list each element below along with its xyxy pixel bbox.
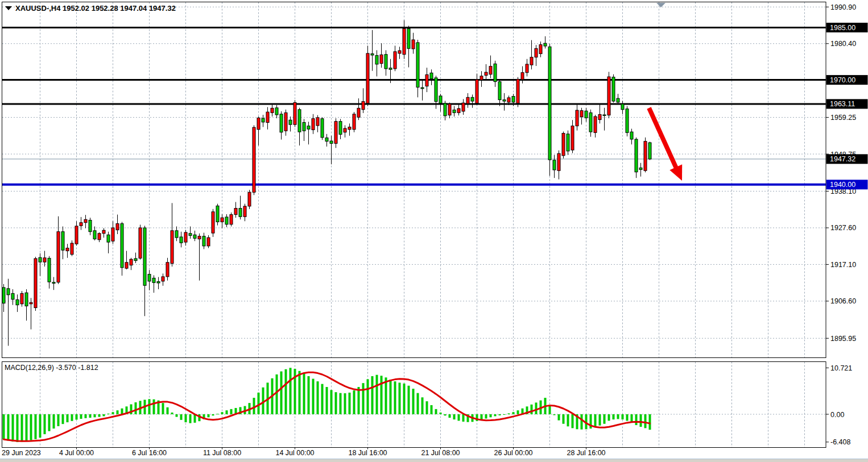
macd-bar: [535, 402, 538, 414]
macd-bar: [226, 410, 228, 414]
macd-bar: [431, 405, 433, 414]
candle-down: [25, 293, 28, 306]
candle-up: [43, 258, 46, 262]
time-tick-label: 29 Jun 2023: [2, 449, 41, 457]
candle-up: [139, 228, 142, 258]
macd-bar: [85, 414, 87, 418]
macd-bar: [80, 414, 82, 419]
candle-up: [248, 192, 251, 206]
time-axis[interactable]: 29 Jun 20234 Jul 00:006 Jul 16:0011 Jul …: [2, 448, 606, 457]
candle-up: [412, 40, 415, 49]
macd-bar: [103, 414, 105, 416]
level-1985.00-badge-label: 1985.00: [830, 24, 855, 32]
candle-up: [562, 134, 565, 156]
candle-down: [330, 141, 333, 143]
macd-bar: [253, 398, 255, 414]
candle-up: [116, 224, 119, 230]
macd-bar: [108, 414, 110, 414]
candle-up: [98, 234, 101, 240]
candle-up: [353, 114, 356, 130]
macd-bar: [421, 397, 424, 414]
candle-up: [457, 109, 460, 113]
macd-bar: [180, 414, 183, 420]
macd-bar: [649, 414, 651, 430]
macd-bar: [98, 414, 101, 417]
macd-bar: [176, 414, 178, 417]
macd-bar: [71, 414, 73, 421]
candle-down: [298, 110, 301, 132]
candle-down: [225, 217, 228, 224]
macd-bar: [230, 409, 233, 414]
macd-bar: [499, 414, 501, 415]
candle-down: [89, 220, 92, 231]
macd-bar: [367, 379, 369, 414]
level-1963.11-badge-label: 1963.11: [830, 100, 855, 108]
candle-down: [180, 237, 183, 243]
candle-up: [207, 238, 210, 246]
candle-down: [603, 115, 606, 115]
macd-bar: [303, 373, 305, 414]
candle-up: [539, 45, 542, 54]
macd-bar: [494, 414, 497, 416]
candle-up: [162, 277, 164, 281]
macd-bar: [622, 414, 624, 419]
macd-bar: [626, 414, 629, 421]
candle-up: [362, 102, 365, 110]
candle-down: [648, 143, 651, 159]
macd-bar: [189, 414, 192, 423]
macd-bar: [417, 393, 419, 414]
candle-up: [357, 108, 360, 117]
candle-up: [166, 263, 169, 277]
macd-bar: [112, 412, 114, 414]
candle-up: [348, 127, 351, 129]
macd-bar: [121, 409, 123, 414]
candle-down: [567, 134, 569, 151]
candle-up: [516, 79, 519, 103]
macd-bar: [221, 412, 224, 414]
candle-up: [607, 77, 610, 115]
candle-up: [480, 76, 483, 80]
candle-down: [7, 289, 10, 295]
candle-down: [494, 64, 497, 81]
candle-up: [380, 55, 383, 63]
candle-down: [193, 235, 196, 238]
macd-bar: [376, 375, 378, 414]
price-chart-canvas[interactable]: XAUUSD-,H4 1952.02 1952.28 1947.04 1947.…: [0, 0, 868, 462]
candle-down: [385, 55, 387, 69]
macd-bar: [549, 406, 551, 414]
candle-up: [84, 219, 87, 223]
candle-down: [202, 236, 205, 246]
macd-bar: [349, 393, 351, 414]
level-1970.00-badge-label: 1970.00: [830, 76, 855, 84]
time-tick-label: 11 Jul 08:00: [203, 449, 241, 457]
macd-bar: [48, 414, 51, 431]
candle-up: [212, 212, 214, 233]
macd-bar: [344, 393, 346, 414]
macd-bar: [290, 368, 292, 414]
candle-up: [284, 113, 287, 131]
candle-down: [189, 234, 192, 236]
candle-up: [644, 141, 647, 171]
candle-up: [576, 110, 578, 126]
candle-down: [444, 103, 447, 116]
macd-bar: [617, 414, 619, 419]
candle-up: [462, 103, 465, 111]
macd-bar: [308, 376, 310, 414]
candle-down: [621, 104, 624, 110]
candle-up: [34, 259, 37, 308]
candle-down: [553, 160, 556, 170]
candle-down: [544, 43, 547, 46]
macd-bar: [30, 414, 32, 440]
macd-bar: [7, 414, 10, 440]
macd-bar: [26, 414, 28, 441]
time-tick-label: 21 Jul 08:00: [421, 449, 460, 457]
candle-down: [585, 111, 588, 118]
candle-down: [93, 231, 96, 239]
macd-bar: [390, 380, 392, 414]
candle-up: [253, 127, 255, 192]
candle-down: [325, 138, 328, 141]
macd-bar: [171, 413, 173, 414]
candle-down: [157, 281, 160, 282]
macd-bar: [321, 384, 324, 414]
candle-up: [184, 232, 187, 242]
